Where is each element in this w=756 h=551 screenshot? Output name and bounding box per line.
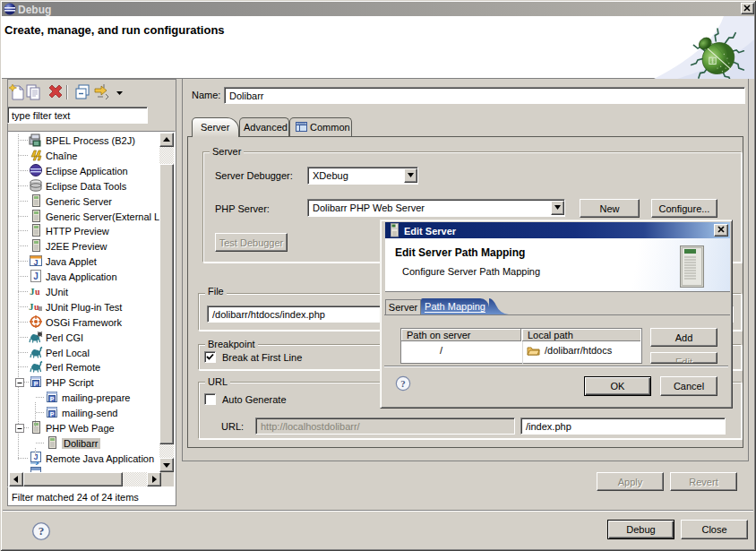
svg-text:P: P	[34, 381, 39, 387]
svg-text:P: P	[50, 411, 55, 418]
svg-text:?: ?	[400, 378, 405, 389]
svg-text:J: J	[33, 271, 39, 281]
svg-text:?: ?	[39, 524, 45, 538]
svg-text:u: u	[35, 287, 40, 297]
svg-text:P: P	[50, 396, 55, 402]
svg-text:J: J	[33, 258, 38, 267]
